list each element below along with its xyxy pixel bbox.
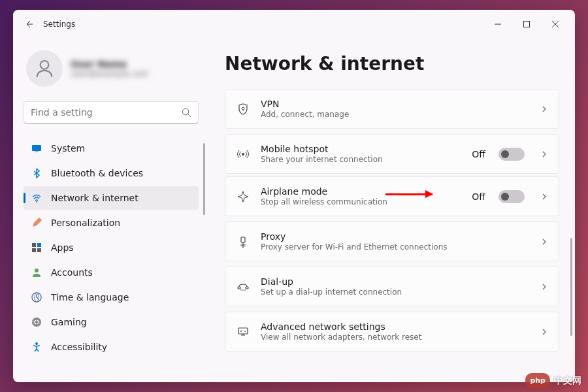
card-title: Advanced network settings [261,321,530,332]
card-body: Mobile hotspot Share your internet conne… [261,144,461,164]
window-controls [483,14,570,34]
svg-point-14 [35,342,38,345]
svg-point-10 [35,269,39,272]
settings-window: Settings User Name user@example.com [13,10,575,382]
sidebar-item-apps[interactable]: Apps [24,236,199,259]
nav-label: Network & internet [51,193,139,203]
search-box[interactable] [24,101,199,123]
chevron-right-icon [540,105,548,113]
person-icon [33,57,56,80]
card-desc: View all network adapters, network reset [261,333,530,342]
svg-rect-24 [238,328,248,334]
svg-rect-8 [32,248,36,252]
accessibility-icon [31,342,42,352]
shield-icon [236,102,250,116]
wifi-icon [31,193,42,203]
card-airplane-mode[interactable]: Airplane mode Stop all wireless communic… [225,176,559,216]
svg-rect-17 [241,237,245,242]
dialup-icon [236,280,250,294]
profile-section[interactable]: User Name user@example.com [24,39,199,99]
profile-name: User Name [71,59,148,69]
mobile-hotspot-toggle[interactable] [498,148,525,161]
minimize-button[interactable] [483,14,512,34]
search-icon [182,108,191,118]
sidebar-item-gaming[interactable]: Gaming [24,310,199,334]
watermark-text: 中文网 [554,375,581,387]
close-icon [552,21,559,27]
chevron-right-icon [540,283,548,291]
personalization-icon [31,218,42,228]
airplane-icon [236,189,250,204]
watermark-badge: php [525,373,550,388]
svg-rect-4 [35,152,39,152]
card-vpn[interactable]: VPN Add, connect, manage [225,89,559,129]
window-title: Settings [43,20,483,29]
airplane-mode-toggle[interactable] [498,190,525,203]
card-desc: Share your internet connection [261,155,461,164]
maximize-button[interactable] [512,14,541,34]
svg-point-13 [32,318,41,327]
nav-label: Gaming [51,317,87,327]
svg-point-5 [36,201,37,203]
back-button[interactable] [18,14,39,35]
svg-rect-0 [524,22,530,27]
search-input[interactable] [31,107,182,118]
svg-point-22 [242,289,244,291]
card-body: Dial-up Set up a dial-up internet connec… [261,276,530,297]
sidebar-item-accounts[interactable]: Accounts [24,261,199,284]
nav-label: Apps [51,242,74,253]
chevron-right-icon [540,193,548,201]
apps-icon [31,242,42,253]
accounts-icon [31,267,42,278]
card-title: Mobile hotspot [261,144,461,154]
time-language-icon [31,292,42,302]
card-title: VPN [261,99,530,109]
nav-label: Time & language [51,292,129,302]
sidebar-item-network[interactable]: Network & internet [24,186,199,210]
titlebar: Settings [13,10,575,39]
card-desc: Add, connect, manage [261,110,530,119]
card-advanced-network[interactable]: Advanced network settings View all netwo… [225,312,559,351]
sidebar-item-accessibility[interactable]: Accessibility [24,335,199,359]
main-scrollbar[interactable] [570,238,572,336]
nav-label: Accounts [51,267,93,278]
main-panel: Network & internet VPN Add, connect, man… [209,39,575,382]
svg-rect-19 [238,287,240,289]
sidebar-item-personalization[interactable]: Personalization [24,211,199,235]
card-status: Off [472,149,485,159]
maximize-icon [523,21,530,27]
content-area: User Name user@example.com System Blueto… [13,39,575,382]
svg-point-21 [240,289,242,291]
card-body: Airplane mode Stop all wireless communic… [261,186,461,206]
sidebar-item-system[interactable]: System [24,137,199,160]
hotspot-icon [236,147,250,161]
close-button[interactable] [541,14,570,34]
nav-label: Personalization [51,218,120,228]
svg-rect-20 [246,287,248,289]
card-mobile-hotspot[interactable]: Mobile hotspot Share your internet conne… [225,134,559,174]
svg-rect-9 [37,248,41,252]
watermark: php 中文网 [525,373,581,388]
card-title: Airplane mode [261,186,461,197]
card-desc: Stop all wireless communication [261,197,461,206]
card-desc: Set up a dial-up internet connection [261,287,530,297]
proxy-icon [236,235,250,249]
bluetooth-icon [31,168,42,178]
gaming-icon [31,317,42,327]
advanced-network-icon [236,325,250,339]
card-proxy[interactable]: Proxy Proxy server for Wi-Fi and Etherne… [225,221,559,261]
svg-point-23 [244,289,246,291]
card-dialup[interactable]: Dial-up Set up a dial-up internet connec… [225,267,559,306]
svg-rect-6 [32,243,36,247]
minimize-icon [495,21,501,27]
svg-rect-3 [32,145,41,151]
nav-label: Bluetooth & devices [51,168,143,178]
chevron-right-icon [540,328,548,336]
nav-list: System Bluetooth & devices Network & int… [24,137,199,359]
profile-email: user@example.com [71,69,148,78]
sidebar-item-time-language[interactable]: Time & language [24,286,199,309]
avatar [26,50,63,87]
chevron-right-icon [540,238,548,246]
sidebar-item-bluetooth[interactable]: Bluetooth & devices [24,161,199,185]
sidebar-scrollbar[interactable] [203,143,205,215]
